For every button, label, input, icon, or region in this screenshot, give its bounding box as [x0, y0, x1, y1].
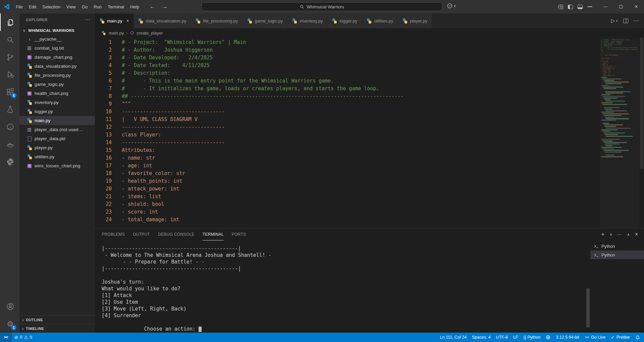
cursor-position[interactable]: Ln 111, Col 24: [437, 333, 469, 342]
chevron-down-icon[interactable]: ∨: [610, 232, 612, 237]
editor-tab[interactable]: file_processing.py ×: [191, 13, 243, 28]
go-live-button[interactable]: Go Live: [582, 333, 608, 342]
menu-item[interactable]: Edit: [26, 3, 39, 11]
split-editor-icon[interactable]: [623, 19, 628, 23]
language-mode[interactable]: {} Python: [521, 333, 543, 342]
editor-tab[interactable]: main.py ×: [95, 13, 134, 28]
terminal-prompt-line[interactable]: Choose an action:: [102, 319, 586, 333]
code-line[interactable]: 3 # - Date Developed: 2/4/2025: [95, 54, 600, 62]
editor-tab[interactable]: logger.py ×: [327, 13, 362, 28]
code-line[interactable]: 8 ## -----------------------------------…: [95, 93, 600, 100]
file-row[interactable]: › logger.py: [19, 107, 95, 116]
file-row[interactable]: › health_chart.png: [19, 89, 95, 98]
editor-tab[interactable]: inventory.py ×: [287, 13, 327, 28]
scrollbar-thumb[interactable]: [586, 288, 590, 327]
menu-item[interactable]: File: [13, 3, 26, 11]
code-line[interactable]: 21 - items: list: [95, 193, 600, 201]
remote-indicator[interactable]: ><: [0, 333, 12, 342]
menu-item[interactable]: Run: [91, 3, 105, 11]
eol-selector[interactable]: LF: [511, 333, 521, 342]
code-line[interactable]: 1 # - Project: "Whimsical Warriors" | Ma…: [95, 39, 600, 46]
code-line[interactable]: 5 # - Description:: [95, 69, 600, 77]
docker-activity-item[interactable]: [0, 135, 19, 153]
back-arrow-icon[interactable]: ←: [150, 3, 155, 10]
code-line[interactable]: 24 - total_damage: int: [95, 216, 600, 224]
file-row[interactable]: › game_logic.py: [19, 80, 95, 89]
minimap[interactable]: # - Project: "Whimsical Warriors" | Main…: [600, 38, 639, 228]
file-row[interactable]: › combat_log.txt: [19, 44, 95, 53]
command-center-search[interactable]: Whimsical Warriors: [202, 2, 442, 11]
file-row[interactable]: › data_visualization.py: [19, 62, 95, 71]
code-editor[interactable]: 1 # - Project: "Whimsical Warriors" | Ma…: [95, 38, 600, 228]
editor-scrollbar[interactable]: [639, 38, 644, 228]
breadcrumb-symbol[interactable]: create_player: [137, 31, 163, 36]
file-row[interactable]: › player_data (not used ...: [19, 125, 95, 134]
code-line[interactable]: 19 - health_points: int: [95, 177, 600, 185]
code-line[interactable]: 18 - favorite_color: str: [95, 170, 600, 177]
menu-item[interactable]: Help: [127, 3, 142, 11]
workspace-root-row[interactable]: ∨ WHIMSICAL WARRIORS: [19, 26, 95, 35]
menu-item[interactable]: Selection: [39, 3, 63, 11]
code-line[interactable]: 17 - age: int: [95, 162, 600, 170]
panel-tab[interactable]: PROBLEMS: [102, 228, 125, 240]
close-icon[interactable]: ×: [126, 18, 129, 23]
panel-tab[interactable]: OUTPUT: [133, 228, 150, 240]
file-row[interactable]: › __pycache__: [19, 35, 95, 44]
notifications-button[interactable]: [633, 333, 644, 342]
code-line[interactable]: 11 | V UML CLASS DIAGRAM V: [95, 116, 600, 123]
encoding[interactable]: UTF-8: [493, 333, 511, 342]
run-debug-activity-item[interactable]: [0, 66, 19, 83]
terminal-scrollbar[interactable]: [586, 240, 590, 333]
file-row[interactable]: › utilities.py: [19, 152, 95, 161]
terminal-list-item[interactable]: Python: [590, 250, 644, 259]
extensions-activity-item[interactable]: 5: [0, 83, 19, 101]
editor-tab[interactable]: player.py ×: [398, 13, 432, 28]
testing-activity-item[interactable]: [0, 101, 19, 118]
toggle-panel-icon[interactable]: [578, 5, 583, 9]
panel-tab[interactable]: PORTS: [232, 228, 246, 240]
code-line[interactable]: 20 - attack_power: int: [95, 185, 600, 193]
code-line[interactable]: 13 class Player:: [95, 131, 600, 139]
python-activity-item[interactable]: [0, 153, 19, 170]
outline-section[interactable]: › OUTLINE: [19, 315, 95, 324]
code-line[interactable]: 23 - score: int: [95, 208, 600, 216]
new-terminal-icon[interactable]: +: [601, 231, 605, 238]
code-line[interactable]: 12 ----------------------------------: [95, 123, 600, 131]
menu-item[interactable]: Terminal: [105, 3, 127, 11]
code-line[interactable]: 22 - shield: bool: [95, 201, 600, 208]
more-actions-icon[interactable]: ⋯: [634, 18, 639, 24]
code-line[interactable]: 4 # - Date Tested: 4/11/2025: [95, 62, 600, 69]
toggle-secondary-sidebar-icon[interactable]: [587, 6, 592, 7]
editor-tab[interactable]: utilities.py ×: [362, 13, 398, 28]
editor-tab[interactable]: game_logic.py ×: [243, 13, 287, 28]
maximize-panel-icon[interactable]: ∧: [627, 232, 630, 237]
more-actions-icon[interactable]: ⋯: [85, 17, 91, 23]
close-button[interactable]: ×: [629, 0, 644, 13]
minimize-button[interactable]: ─: [598, 0, 613, 13]
timeline-section[interactable]: › TIMELINE: [19, 324, 95, 333]
close-panel-icon[interactable]: ×: [635, 231, 638, 237]
code-line[interactable]: 9 """: [95, 100, 600, 108]
settings-activity-item[interactable]: ⚙ 1: [0, 315, 19, 333]
forward-arrow-icon[interactable]: →: [162, 3, 168, 10]
github-activity-item[interactable]: [0, 118, 19, 135]
maximize-button[interactable]: [613, 0, 629, 13]
breadcrumb-file[interactable]: main.py: [109, 31, 124, 36]
file-row[interactable]: › file_processing.py: [19, 71, 95, 80]
menu-item[interactable]: Go: [79, 3, 91, 11]
code-line[interactable]: 16 - name: str: [95, 154, 600, 162]
file-row[interactable]: › inventory.py: [19, 98, 95, 107]
run-python-file-button[interactable]: ▷∨: [611, 18, 618, 24]
file-row[interactable]: › player_data.pkl: [19, 134, 95, 143]
code-line[interactable]: 15 Attributes:: [95, 147, 600, 154]
python-interpreter[interactable]: 3.12.5 64-bit: [553, 333, 582, 342]
menu-item[interactable]: View: [63, 3, 79, 11]
panel-tab[interactable]: DEBUG CONSOLE: [158, 228, 195, 240]
toggle-primary-sidebar-icon[interactable]: [568, 5, 573, 9]
file-row[interactable]: › damage_chart.png: [19, 53, 95, 62]
customize-layout-icon[interactable]: [558, 5, 563, 9]
scrollbar-thumb[interactable]: [640, 38, 643, 169]
copilot-menu[interactable]: ∨: [447, 3, 456, 9]
search-activity-item[interactable]: [0, 31, 19, 48]
source-control-activity-item[interactable]: [0, 48, 19, 66]
